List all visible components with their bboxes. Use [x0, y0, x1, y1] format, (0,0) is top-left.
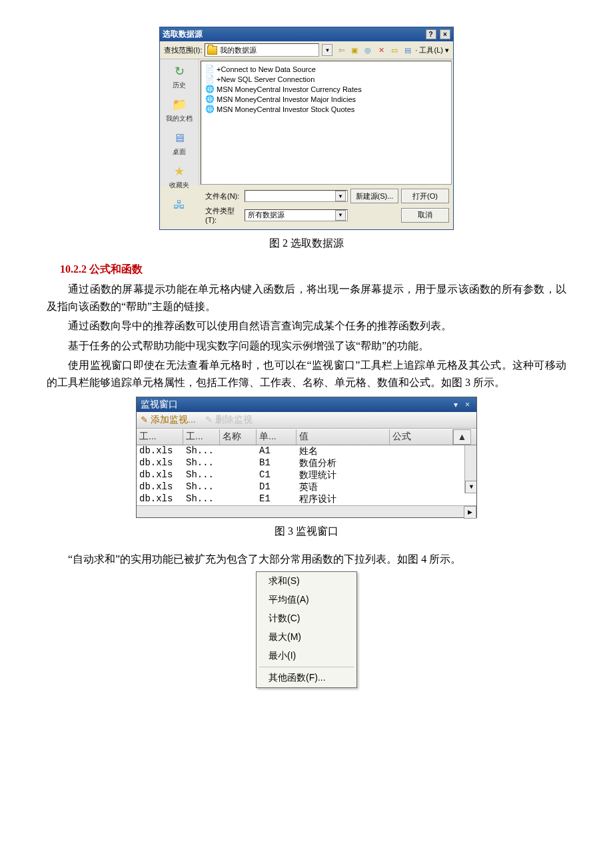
vertical-scrollbar[interactable]: ▼ [464, 445, 476, 493]
col-header[interactable]: 公式 [390, 429, 453, 445]
help-icon[interactable]: ? [426, 29, 436, 39]
menu-item-min[interactable]: 最小(I) [257, 647, 356, 665]
col-header[interactable]: 工... [183, 429, 220, 445]
col-header[interactable]: 单... [257, 429, 297, 445]
place-network[interactable]: 🖧 [169, 197, 189, 214]
section-heading: 10.2.2 公式和函数 [60, 263, 566, 277]
col-header[interactable]: 工... [137, 429, 183, 445]
menu-item-max[interactable]: 最大(M) [257, 628, 356, 647]
scroll-right-icon[interactable]: ▶ [464, 506, 476, 519]
filename-field[interactable]: ▼ [245, 190, 348, 202]
cancel-button[interactable]: 取消 [401, 208, 449, 223]
up-one-level-icon[interactable]: ▣ [348, 44, 360, 56]
menu-item-count[interactable]: 计数(C) [257, 609, 356, 628]
autosum-menu: 求和(S) 平均值(A) 计数(C) 最大(M) 最小(I) 其他函数(F)..… [256, 571, 357, 688]
new-folder-icon[interactable]: ▭ [388, 44, 400, 56]
col-header[interactable]: 值 [297, 429, 390, 445]
table-row[interactable]: db.xlsSh...E1程序设计 [137, 493, 476, 505]
file-icon: 📄 [205, 75, 214, 83]
new-source-button[interactable]: 新建源(S)... [350, 189, 398, 203]
place-mydocs[interactable]: 📁 我的文档 [166, 97, 193, 123]
delete-watch-button: ✎删除监视 [205, 414, 253, 426]
body-paragraph: “自动求和”的实用功能已被扩充为包含了大部分常用函数的下拉列表。如图 4 所示。 [47, 551, 566, 568]
folder-icon [207, 46, 217, 55]
body-paragraph: 基于任务的公式帮助功能中现实数字问题的现实示例增强了该“帮助”的功能。 [47, 337, 566, 355]
add-watch-icon: ✎ [141, 415, 148, 425]
toolbar-icons: ⇦ ▣ ◎ ✕ ▭ ▤ · 工具(L) ▾ [335, 44, 449, 56]
web-icon: 🌐 [205, 95, 214, 103]
list-item[interactable]: 📄+New SQL Server Connection [205, 74, 447, 84]
scroll-up-icon[interactable]: ▲ [453, 429, 471, 445]
list-item[interactable]: 🌐MSN MoneyCentral Investor Major Indicie… [205, 94, 447, 104]
watch-window: 监视窗口 ▾ × ✎添加监视... ✎删除监视 工... 工... 名称 单..… [136, 397, 477, 518]
table-row[interactable]: db.xlsSh...B1数值分析 [137, 457, 476, 469]
watch-titlebar: 监视窗口 ▾ × [137, 397, 476, 412]
filetype-label: 文件类型(T): [205, 206, 242, 224]
table-row[interactable]: db.xlsSh...C1数理统计 [137, 469, 476, 481]
views-icon[interactable]: ▤ [402, 44, 414, 56]
horizontal-scrollbar[interactable]: ▶ [137, 505, 476, 517]
menu-separator [259, 667, 354, 667]
close-icon[interactable]: × [465, 400, 472, 409]
body-paragraph: 通过函数的屏幕提示功能在单元格内键入函数后，将出现一条屏幕提示，用于显示该函数的… [47, 281, 566, 315]
mydocs-icon: 📁 [169, 97, 189, 113]
dialog-title: 选取数据源 [163, 29, 203, 40]
list-item[interactable]: 🌐MSN MoneyCentral Investor Stock Quotes [205, 104, 447, 114]
open-button[interactable]: 打开(O) [401, 189, 449, 203]
figure-caption-2: 图 2 选取数据源 [47, 237, 566, 251]
search-icon[interactable]: ◎ [362, 44, 374, 56]
lookin-dropdown-icon[interactable]: ▼ [322, 44, 332, 56]
col-header[interactable]: 名称 [220, 429, 257, 445]
history-icon: ↻ [169, 63, 189, 79]
table-row[interactable]: db.xlsSh...D1英语 [137, 481, 476, 493]
select-data-source-dialog: 选取数据源 ? × 查找范围(I): 我的数据源 ▼ ⇦ ▣ ◎ ✕ [159, 27, 454, 230]
lookin-value: 我的数据源 [220, 45, 257, 55]
scroll-down-icon[interactable]: ▼ [465, 481, 476, 493]
add-watch-button[interactable]: ✎添加监视... [141, 414, 196, 426]
minimize-icon[interactable]: ▾ [454, 400, 460, 409]
lookin-label: 查找范围(I): [164, 45, 202, 55]
places-bar: ↻ 历史 📁 我的文档 🖥 桌面 ★ 收藏夹 [160, 59, 199, 186]
menu-item-average[interactable]: 平均值(A) [257, 591, 356, 609]
desktop-icon: 🖥 [169, 130, 189, 146]
body-paragraph: 使用监视窗口即使在无法查看单元格时，也可以在“监视窗口”工具栏上追踪单元格及其公… [47, 357, 566, 391]
back-icon[interactable]: ⇦ [335, 44, 347, 56]
watch-rows: db.xlsSh...A1姓名 db.xlsSh...B1数值分析 db.xls… [137, 445, 476, 505]
favorites-icon: ★ [169, 163, 189, 179]
close-icon[interactable]: × [440, 29, 450, 39]
table-row[interactable]: db.xlsSh...A1姓名 [137, 445, 476, 457]
watch-toolbar: ✎添加监视... ✎删除监视 [137, 412, 476, 429]
web-icon: 🌐 [205, 85, 214, 93]
watch-column-headers: 工... 工... 名称 单... 值 公式 ▲ [137, 429, 476, 445]
place-desktop[interactable]: 🖥 桌面 [169, 130, 189, 157]
delete-icon[interactable]: ✕ [375, 44, 387, 56]
file-icon: 📄 [205, 65, 214, 73]
lookin-combo[interactable]: 我的数据源 [205, 43, 319, 57]
body-paragraph: 通过函数向导中的推荐函数可以使用自然语言查询完成某个任务的推荐函数列表。 [47, 317, 566, 335]
figure-caption-3: 图 3 监视窗口 [47, 525, 566, 539]
dialog-titlebar: 选取数据源 ? × [160, 27, 453, 41]
menu-item-more-functions[interactable]: 其他函数(F)... [257, 669, 356, 687]
list-item[interactable]: 📄+Connect to New Data Source [205, 64, 447, 74]
delete-watch-icon: ✎ [205, 415, 213, 425]
watch-title: 监视窗口 [141, 399, 178, 411]
web-icon: 🌐 [205, 105, 214, 113]
list-item[interactable]: 🌐MSN MoneyCentral Investor Currency Rate… [205, 84, 447, 94]
menu-item-sum[interactable]: 求和(S) [257, 572, 356, 591]
place-history[interactable]: ↻ 历史 [169, 63, 189, 90]
chevron-down-icon[interactable]: ▼ [335, 191, 346, 201]
network-icon: 🖧 [169, 197, 189, 213]
chevron-down-icon[interactable]: ▼ [335, 210, 346, 221]
place-favorites[interactable]: ★ 收藏夹 [169, 163, 189, 190]
dialog-toolbar: 查找范围(I): 我的数据源 ▼ ⇦ ▣ ◎ ✕ ▭ ▤ · 工具(L) ▾ [160, 41, 453, 59]
file-list[interactable]: 📄+Connect to New Data Source 📄+New SQL S… [201, 61, 452, 185]
filename-label: 文件名(N): [205, 191, 242, 201]
tools-menu[interactable]: · 工具(L) ▾ [415, 45, 449, 55]
filetype-combo[interactable]: 所有数据源▼ [245, 209, 348, 221]
